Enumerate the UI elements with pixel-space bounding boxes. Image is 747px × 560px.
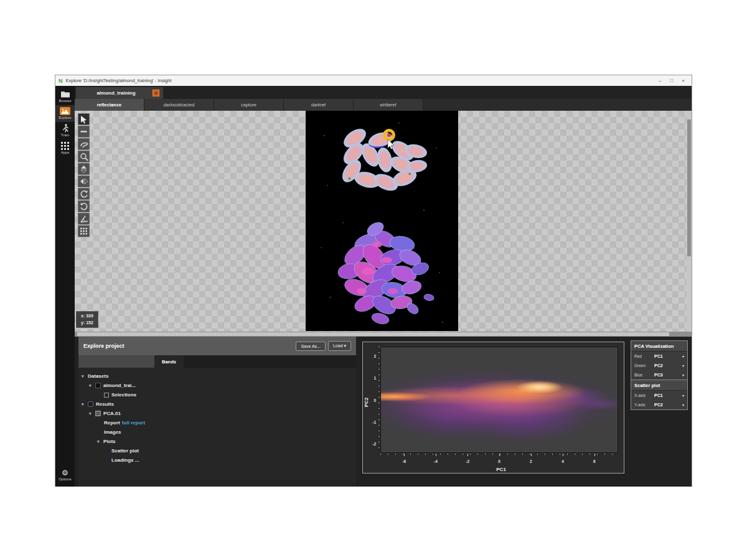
- folder-icon: [60, 90, 70, 98]
- checkbox-icon[interactable]: [104, 393, 109, 398]
- maximize-button[interactable]: □: [670, 78, 673, 83]
- tree-item-dataset[interactable]: ▾ almond_trai...: [78, 381, 356, 390]
- axis-value: PC1: [654, 393, 682, 398]
- sidebar-item-explore[interactable]: Explore: [55, 105, 75, 122]
- close-button[interactable]: ×: [682, 78, 685, 83]
- tab-spacer: [78, 355, 154, 368]
- image-viewport[interactable]: x: 339 y: 152: [75, 111, 692, 332]
- pointer-tool-button[interactable]: [78, 113, 90, 125]
- x-axis-title: PC1: [496, 467, 506, 472]
- red-channel-select[interactable]: Red PC1 ▾: [631, 352, 687, 361]
- sidebar-item-train[interactable]: Train: [55, 122, 75, 139]
- channel-label: Green: [634, 363, 654, 368]
- caret-icon[interactable]: ▾: [89, 383, 93, 388]
- tree-item-datasets[interactable]: ▾ Datasets: [78, 371, 356, 381]
- angle-tool-button[interactable]: [78, 213, 90, 225]
- lasso-tool-button[interactable]: [78, 138, 90, 150]
- vertical-scrollbar[interactable]: [687, 111, 692, 332]
- image-icon: [60, 107, 70, 115]
- sidebar-item-label: Options: [59, 477, 72, 481]
- tree-item-report[interactable]: Report full report: [78, 418, 356, 427]
- tree-item-loadings[interactable]: Loadings ...: [78, 455, 356, 465]
- tab-filler: [184, 355, 356, 368]
- pca-visualization-title: PCA Visualization: [631, 341, 687, 352]
- minimize-button[interactable]: –: [659, 78, 661, 83]
- rotate-cw-tool-button[interactable]: [78, 188, 90, 200]
- chevron-down-icon: ▾: [682, 393, 684, 398]
- main-sidebar: Browse Explore Train Apps: [55, 86, 75, 487]
- caret-icon[interactable]: ▾: [97, 439, 101, 444]
- axis-label: X-axis: [634, 393, 654, 398]
- y-tick-label: -1: [372, 419, 376, 424]
- x-tick-label: 6: [593, 459, 596, 464]
- x-axis-select[interactable]: X-axis PC1 ▾: [631, 391, 687, 400]
- tree-item-selections[interactable]: Selections: [78, 390, 356, 399]
- rotate-cw-icon: [80, 190, 88, 198]
- rotate-ccw-tool-button[interactable]: [78, 200, 90, 212]
- tree-item-pca01[interactable]: ▾ PCA.01: [78, 409, 356, 418]
- y-axis: 2 1 0 -1 -2: [363, 347, 380, 453]
- flip-vertical-tool-button[interactable]: [78, 163, 90, 175]
- tree-item-plots[interactable]: ▾ Plots: [78, 437, 356, 446]
- scatter-plot-widget[interactable]: PC2 2 1 0 -1 -2: [362, 342, 624, 474]
- line-tool-button[interactable]: [78, 126, 90, 138]
- scatter-plot-region: PC2 2 1 0 -1 -2: [356, 337, 627, 487]
- save-as-button[interactable]: Save As...: [296, 342, 326, 351]
- green-channel-select[interactable]: Green PC2 ▾: [631, 361, 687, 370]
- tab-bands[interactable]: Bands: [154, 355, 184, 368]
- tree-label: Plots: [103, 439, 116, 444]
- tree-label: Report: [104, 420, 120, 426]
- y-axis-select[interactable]: Y-axis PC2 ▾: [631, 400, 687, 409]
- sidebar-item-label: Apps: [61, 151, 70, 154]
- horizontal-scrollbar-thumb[interactable]: [77, 332, 669, 336]
- tab-whiteref[interactable]: whiteref: [354, 99, 423, 111]
- tab-close-icon[interactable]: ×: [153, 90, 159, 96]
- chevron-down-icon: ▾: [682, 354, 684, 358]
- sidebar-item-browse[interactable]: Browse: [55, 88, 75, 105]
- scatter-density-plot[interactable]: [380, 347, 618, 453]
- axis-value: PC2: [654, 403, 682, 407]
- tab-darkref[interactable]: darkref: [284, 99, 354, 111]
- tree-label: Results: [96, 401, 114, 407]
- x-tick-labels: -6 -4 -2 0 2 4 6: [380, 459, 618, 465]
- caret-icon[interactable]: ▾: [82, 402, 86, 407]
- title-bar: N Explore 'D:/InsightTesting/almond_trai…: [55, 75, 692, 86]
- flip-horizontal-tool-button[interactable]: [78, 175, 90, 187]
- load-button[interactable]: Load ▾: [328, 341, 351, 351]
- dataset-thumbnail-icon: [95, 383, 101, 388]
- channel-label: Blue: [634, 373, 654, 377]
- cursor-x-value: x: 339: [81, 313, 93, 320]
- tab-darksubtracted[interactable]: darksubtracted: [144, 99, 214, 111]
- rotate-ccw-icon: [80, 202, 88, 211]
- caret-icon[interactable]: ▾: [89, 411, 93, 416]
- sidebar-item-options[interactable]: ⚙ Options: [55, 467, 75, 483]
- x-tick-label: -6: [402, 459, 406, 464]
- panel-title: Explore project: [83, 343, 293, 349]
- chevron-down-icon: ▾: [682, 403, 684, 407]
- sidebar-item-apps[interactable]: Apps: [55, 139, 75, 157]
- hyperspectral-image[interactable]: [306, 111, 458, 331]
- axis-label: Y-axis: [634, 403, 654, 407]
- tree-label: Scatter plot: [111, 448, 139, 454]
- caret-icon[interactable]: ▾: [82, 374, 86, 379]
- cursor-y-value: y: 152: [81, 320, 93, 327]
- app-logo-icon: N: [59, 78, 63, 84]
- tree-item-results[interactable]: ▾ Results: [78, 399, 356, 409]
- grid-tool-button[interactable]: [78, 225, 90, 237]
- tree-label: almond_trai...: [103, 383, 136, 388]
- tab-capture[interactable]: capture: [214, 99, 284, 111]
- tab-almond-training[interactable]: almond_training ×: [76, 87, 163, 99]
- tree-item-scatter-plot[interactable]: Scatter plot: [78, 446, 356, 455]
- tree-label: Selections: [111, 392, 136, 398]
- horizontal-scrollbar[interactable]: [75, 332, 692, 337]
- vertical-scrollbar-thumb[interactable]: [687, 119, 691, 256]
- full-report-link[interactable]: full report: [122, 420, 145, 426]
- blue-channel-select[interactable]: Blue PC3 ▾: [631, 370, 687, 380]
- grid-icon: [80, 227, 88, 235]
- tab-reflectance[interactable]: reflectance: [75, 99, 144, 111]
- scatter-plot-section-title: Scatter plot: [631, 380, 687, 391]
- tree-item-images[interactable]: Images: [78, 427, 356, 437]
- y-tick-label: 1: [374, 376, 376, 380]
- apps-grid-icon: [60, 141, 70, 150]
- zoom-tool-button[interactable]: [78, 151, 90, 162]
